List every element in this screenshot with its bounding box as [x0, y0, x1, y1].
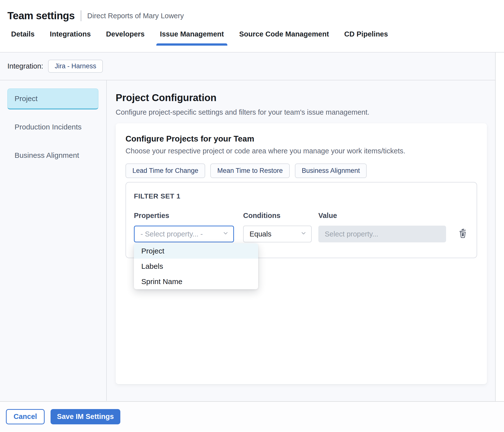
title-divider [81, 10, 81, 21]
integration-label: Integration: [7, 62, 43, 70]
tab-issue-management[interactable]: Issue Management [160, 30, 224, 45]
page-header: Team settings Direct Reports of Mary Low… [0, 0, 504, 53]
dropdown-option-sprint-name[interactable]: Sprint Name [134, 274, 258, 289]
section-subtitle: Configure project-specific settings and … [116, 108, 487, 116]
chip-lead-time-for-change[interactable]: Lead Time for Change [126, 163, 205, 178]
filter-fields-row: - Select property... - Project Labels Sp… [134, 226, 469, 242]
value-column-label: Value [318, 212, 446, 220]
sidebar-item-production-incidents[interactable]: Production Incidents [7, 117, 98, 138]
card-title: Configure Projects for your Team [126, 134, 477, 144]
properties-field-wrap: - Select property... - Project Labels Sp… [134, 226, 234, 242]
filter-set-card: FILTER SET 1 Properties Conditions Value… [126, 182, 477, 258]
dropdown-option-project[interactable]: Project [134, 243, 258, 259]
metric-chip-row: Lead Time for Change Mean Time to Restor… [126, 163, 477, 178]
card-subtitle: Choose your respective project or code a… [126, 147, 477, 155]
dropdown-option-labels[interactable]: Labels [134, 259, 258, 274]
properties-select[interactable]: - Select property... - [134, 226, 234, 242]
integration-row: Integration: Jira - Harness [0, 53, 495, 80]
filter-set-title: FILTER SET 1 [134, 192, 469, 200]
sidebar-item-project[interactable]: Project [7, 89, 98, 109]
settings-panel: Integration: Jira - Harness Project Prod… [0, 53, 496, 401]
cancel-button[interactable]: Cancel [6, 409, 45, 424]
sidebar-item-business-alignment[interactable]: Business Alignment [7, 145, 98, 166]
header-row: Team settings Direct Reports of Mary Low… [0, 0, 504, 22]
footer-action-bar: Cancel Save IM Settings [0, 401, 504, 432]
filter-column-labels: Properties Conditions Value [134, 212, 469, 220]
integration-chip[interactable]: Jira - Harness [48, 60, 103, 73]
delete-filter-button[interactable] [457, 228, 469, 240]
chip-business-alignment[interactable]: Business Alignment [295, 163, 367, 178]
sidebar-nav: Project Production Incidents Business Al… [0, 80, 107, 401]
tab-details[interactable]: Details [11, 30, 35, 45]
conditions-column-label: Conditions [243, 212, 312, 220]
section-title: Project Configuration [116, 92, 487, 103]
content-area: Project Production Incidents Business Al… [0, 80, 495, 401]
tab-bar: Details Integrations Developers Issue Ma… [0, 30, 504, 45]
page-subtitle: Direct Reports of Mary Lowery [87, 12, 184, 20]
properties-column-label: Properties [134, 212, 234, 220]
conditions-select-value: Equals [250, 230, 271, 238]
save-im-settings-button[interactable]: Save IM Settings [51, 409, 120, 424]
tab-source-code-management[interactable]: Source Code Management [239, 30, 329, 45]
tab-developers[interactable]: Developers [106, 30, 144, 45]
chip-mean-time-to-restore[interactable]: Mean Time to Restore [210, 163, 290, 178]
properties-select-placeholder: - Select property... - [141, 230, 203, 238]
tab-cd-pipelines[interactable]: CD Pipelines [344, 30, 388, 45]
chevron-down-icon [222, 230, 229, 238]
page-title: Team settings [7, 10, 75, 22]
value-input[interactable] [318, 226, 446, 242]
configure-projects-card: Configure Projects for your Team Choose … [116, 123, 487, 384]
conditions-select[interactable]: Equals [243, 226, 312, 242]
trash-icon [457, 236, 469, 240]
main-content: Project Configuration Configure project-… [107, 80, 495, 401]
chevron-down-icon [300, 230, 307, 238]
tab-integrations[interactable]: Integrations [50, 30, 91, 45]
properties-dropdown-menu: Project Labels Sprint Name [134, 243, 258, 289]
